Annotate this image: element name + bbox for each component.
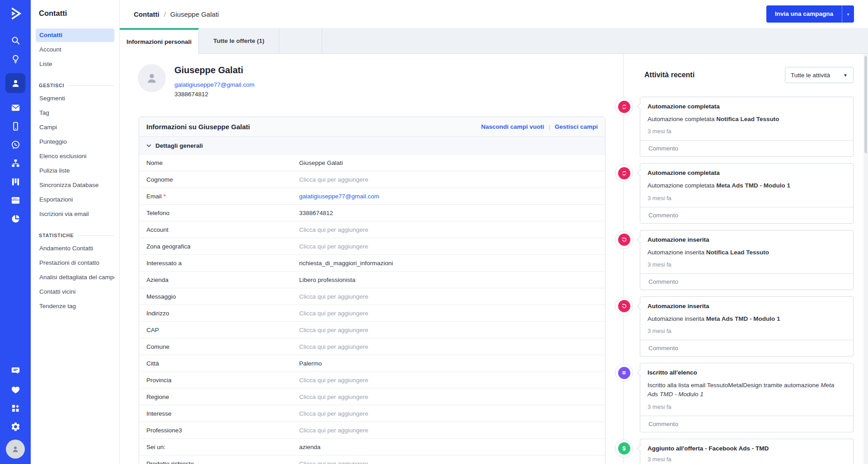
field-value[interactable]: Clicca qui per aggiungere — [299, 427, 368, 434]
activity-card-title: Automazione inserita — [647, 303, 846, 309]
field-value[interactable]: azienda — [299, 444, 320, 450]
send-campaign-split-button: Invia una campagna ▾ — [766, 5, 854, 23]
scrollbar-track[interactable] — [863, 53, 868, 464]
contact-avatar — [138, 64, 166, 92]
search-icon[interactable] — [10, 35, 21, 46]
comment-input[interactable] — [647, 344, 846, 352]
automations-sitemap-icon[interactable] — [10, 158, 21, 169]
sidebar-item-iscrizioni-via-email[interactable]: Iscrizioni via email — [36, 207, 114, 221]
sidebar-item-analisi-dettagliata[interactable]: Analisi dettagliata del campo — [36, 271, 114, 284]
field-row-citta: Città Palermo — [139, 355, 605, 371]
comment-field-wrap — [640, 140, 853, 156]
activity-filter-dropdown[interactable]: Tutte le attività ▼ — [785, 67, 854, 83]
field-value[interactable]: Giuseppe Galati — [299, 159, 343, 166]
settings-gear-icon[interactable] — [10, 421, 21, 432]
sidebar-section-gestisci: GESTISCI — [39, 83, 114, 88]
sidebar-item-contatti[interactable]: Contatti — [36, 28, 114, 42]
field-value[interactable]: Libero professionista — [299, 277, 356, 283]
field-value[interactable]: Clicca qui per aggiungere — [299, 327, 368, 333]
hide-empty-fields-link[interactable]: Nascondi campi vuoti — [481, 123, 544, 130]
tab-informazioni-personali[interactable]: Informazioni personali — [120, 28, 199, 54]
sidebar-item-esportazioni[interactable]: Esportazioni — [36, 193, 114, 206]
sidebar-item-punteggio[interactable]: Punteggio — [36, 135, 114, 149]
field-row-regione: Regione Clicca qui per aggiungere — [139, 388, 605, 405]
activity-card-text: Automazione completata Notifica Lead Tes… — [647, 115, 846, 124]
field-label: Interessato a — [146, 260, 299, 267]
comment-input[interactable] — [647, 145, 846, 152]
send-campaign-dropdown-button[interactable]: ▾ — [842, 5, 854, 23]
sidebar-item-elenco-esclusioni[interactable]: Elenco esclusioni — [36, 150, 114, 163]
mobile-phone-icon[interactable] — [10, 121, 21, 131]
field-label: Messaggio — [146, 293, 299, 300]
field-value[interactable]: Clicca qui per aggiungere — [299, 310, 368, 317]
field-value[interactable]: 3388674812 — [299, 210, 333, 216]
scrollbar-thumb[interactable] — [864, 56, 867, 153]
ideas-bulb-icon[interactable] — [10, 53, 21, 64]
sidebar-item-tendenze-tag[interactable]: Tendenze tag — [36, 300, 114, 313]
field-value[interactable]: Clicca qui per aggiungere — [299, 293, 368, 300]
send-campaign-button[interactable]: Invia una campagna — [766, 5, 842, 23]
sidebar-item-andamento-contatti[interactable]: Andamento Contatti — [36, 242, 114, 255]
breadcrumb-contatti-link[interactable]: Contatti — [134, 10, 160, 18]
automation-entered-rotate-icon — [618, 300, 630, 312]
sidebar-item-campi[interactable]: Campi — [36, 121, 114, 134]
chevron-down-icon — [146, 144, 151, 147]
deals-kanban-icon[interactable] — [10, 176, 21, 187]
avatar-person-icon — [10, 444, 20, 454]
timeline-node — [615, 364, 633, 382]
field-value[interactable]: Clicca qui per aggiungere — [299, 377, 368, 384]
recent-activity-panel: Attività recenti Tutte le attività ▼ Aut… — [623, 53, 868, 464]
deal-added-dollar-icon: $ — [618, 442, 630, 455]
field-label: Provincia — [146, 377, 299, 384]
activity-card-automation-entered-2: Automazione inserita Automazione inserit… — [640, 296, 854, 356]
field-value[interactable]: richiesta_di_maggiori_informazioni — [299, 260, 393, 267]
comment-input[interactable] — [647, 211, 846, 219]
activity-card-time: 3 mesi fa — [647, 456, 846, 463]
email-envelope-icon[interactable] — [10, 102, 21, 113]
favorites-heart-icon[interactable] — [10, 384, 21, 395]
comment-input[interactable] — [647, 420, 846, 428]
field-row-telefono: Telefono 3388674812 — [139, 204, 605, 221]
info-panel-title: Informazioni su Giuseppe Galati — [146, 123, 250, 131]
field-label: Prodotto richiesto — [146, 460, 299, 464]
comment-field-wrap — [640, 273, 853, 290]
whatsapp-icon[interactable] — [10, 139, 21, 150]
field-value[interactable]: Clicca qui per aggiungere — [299, 410, 368, 417]
field-value[interactable]: Clicca qui per aggiungere — [299, 460, 368, 464]
field-value[interactable]: Clicca qui per aggiungere — [299, 394, 368, 400]
sidebar-item-tag[interactable]: Tag — [36, 106, 114, 120]
sidebar-item-liste[interactable]: Liste — [36, 57, 114, 71]
chat-bubble-icon[interactable] — [10, 366, 21, 376]
field-label: Azienda — [146, 277, 299, 283]
section-dettagli-generali[interactable]: Dettagli generali — [139, 137, 605, 154]
user-avatar[interactable] — [6, 440, 25, 459]
sidebar-item-sincronizza-database[interactable]: Sincronizza Database — [36, 178, 114, 192]
tab-tutte-le-offerte[interactable]: Tutte le offerte (1) — [199, 28, 279, 53]
sidebar-item-pulizia-liste[interactable]: Pulizia liste — [36, 164, 114, 178]
sidebar-item-segmenti[interactable]: Segmenti — [36, 92, 114, 105]
sidebar-item-contatti-vicini[interactable]: Contatti vicini — [36, 285, 114, 299]
contact-email-link[interactable]: galatigiuseppe77@gmail.com — [174, 81, 254, 88]
field-label: Città — [146, 360, 299, 367]
apps-plus-icon[interactable] — [10, 403, 21, 413]
field-row-interesse: Interesse Clicca qui per aggiungere — [139, 405, 605, 422]
field-value[interactable]: Clicca qui per aggiungere — [299, 226, 368, 233]
sidebar-item-prestazioni-di-contatto[interactable]: Prestazioni di contatto — [36, 256, 114, 270]
contacts-nav-active-tile[interactable] — [5, 73, 25, 93]
activity-card-text: Automazione completata Meta Ads TMD - Mo… — [647, 181, 846, 190]
activecampaign-logo-icon[interactable] — [7, 5, 24, 22]
field-value[interactable]: Clicca qui per aggiungere — [299, 343, 368, 350]
reports-pie-icon[interactable] — [10, 213, 21, 224]
field-value[interactable]: Clicca qui per aggiungere — [299, 243, 368, 250]
field-label: Telefono — [146, 210, 299, 216]
sidebar-item-account[interactable]: Account — [36, 43, 114, 56]
field-value[interactable]: Palermo — [299, 360, 322, 367]
field-label: Cognome — [146, 176, 299, 183]
manage-fields-link[interactable]: Gestisci campi — [555, 123, 598, 130]
site-window-icon[interactable] — [10, 195, 21, 206]
contact-info-panel: Informazioni su Giuseppe Galati Nascondi… — [139, 117, 605, 464]
field-value[interactable]: galatigiuseppe77@gmail.com — [299, 193, 379, 200]
comment-input[interactable] — [647, 278, 846, 286]
field-label: Regione — [146, 394, 299, 400]
field-value[interactable]: Clicca qui per aggiungere — [299, 176, 368, 183]
